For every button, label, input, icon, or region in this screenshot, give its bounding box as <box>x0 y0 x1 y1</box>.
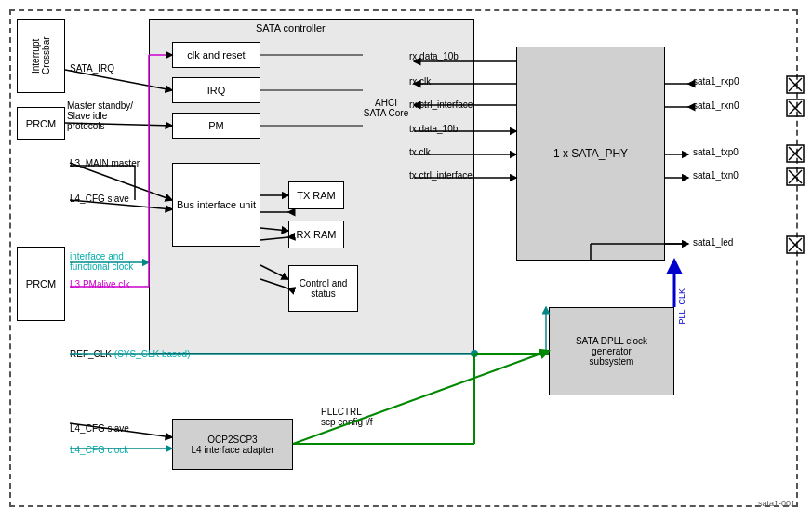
irq-label: IRQ <box>207 85 226 96</box>
rx-ctrl-label: rx ctrl_interface <box>409 100 473 110</box>
irq-box: IRQ <box>172 77 260 103</box>
diagram: sata1-001 Interrupt Crossbar PRCM PRCM S… <box>0 0 812 522</box>
prcm-top-box: PRCM <box>17 107 65 140</box>
sata-phy-box: 1 x SATA_PHY <box>516 47 665 261</box>
prcm-bottom-label: PRCM <box>26 278 56 289</box>
tx-ctrl-label: tx ctrl_interface <box>409 170 473 181</box>
master-standby-label: Master standby/ Slave idle protocols <box>67 100 141 131</box>
clk-reset-box: clk and reset <box>172 42 260 68</box>
tx-ram-label: TX RAM <box>297 190 336 201</box>
sata1-txp0-label: sata1_txp0 <box>693 147 739 157</box>
rx-ram-label: RX RAM <box>297 229 337 240</box>
sata1-led-label: sata1_led <box>693 237 733 248</box>
l3-pmalive-label: L3 PMalive clk <box>70 279 129 289</box>
bus-interface-label: Bus interface unit <box>177 199 256 210</box>
sata1-rxp0-label: sata1_rxp0 <box>693 76 739 87</box>
sata1-txn0-label: sata1_txn0 <box>693 170 739 181</box>
sata-dpll-label: SATA DPLL clock generator subsystem <box>576 336 647 367</box>
pll-clk-vertical-label: PLL_CLK <box>677 288 686 325</box>
ocp2scp3-label: OCP2SCP3 L4 interface adapter <box>192 435 274 455</box>
l4-cfg-slave-bottom-label: L4_CFG slave <box>70 423 129 434</box>
interrupt-crossbar-label: Interrupt Crossbar <box>31 20 51 92</box>
rx-data-label: rx data_10b <box>409 51 459 61</box>
ref-clk-label: REF_CLK (SYS_CLK based) <box>70 349 191 359</box>
sata-dpll-box: SATA DPLL clock generator subsystem <box>549 307 674 395</box>
prcm-bottom-box: PRCM <box>17 247 65 321</box>
tx-clk-label: tx clk <box>409 147 431 157</box>
l3-main-label: L3_MAIN master <box>70 158 140 168</box>
tx-ram-box: TX RAM <box>288 181 344 209</box>
sata-phy-label: 1 x SATA_PHY <box>553 147 628 160</box>
pllctrl-label: PLLCTRL scp config i/f <box>321 407 373 427</box>
pm-label: PM <box>208 120 224 131</box>
rx-ram-box: RX RAM <box>288 221 344 248</box>
sata1-rxn0-label: sata1_rxn0 <box>693 100 739 111</box>
interface-clock-label: interface and functional clock <box>70 251 149 272</box>
sata-controller-label: SATA controller <box>256 22 326 33</box>
control-status-label: Control and status <box>289 278 357 299</box>
l4-cfg-clock-label: L4_CFG clock <box>70 445 128 455</box>
sata-irq-label: SATA_IRQ <box>70 63 114 74</box>
bus-interface-box: Bus interface unit <box>172 163 260 247</box>
control-status-box: Control and status <box>288 265 358 312</box>
ocp2scp3-box: OCP2SCP3 L4 interface adapter <box>172 419 293 470</box>
ref-label: sata1-001 <box>758 499 795 508</box>
ahci-label: AHCI SATA Core <box>363 98 409 118</box>
pm-box: PM <box>172 113 260 139</box>
rx-clk-label: rx clk <box>409 76 431 87</box>
prcm-top-label: PRCM <box>26 118 56 129</box>
clk-reset-label: clk and reset <box>187 49 245 60</box>
interrupt-crossbar-box: Interrupt Crossbar <box>17 19 65 93</box>
tx-data-label: tx data_10b <box>409 124 458 134</box>
l4-cfg-slave-top-label: L4_CFG slave <box>70 194 129 204</box>
